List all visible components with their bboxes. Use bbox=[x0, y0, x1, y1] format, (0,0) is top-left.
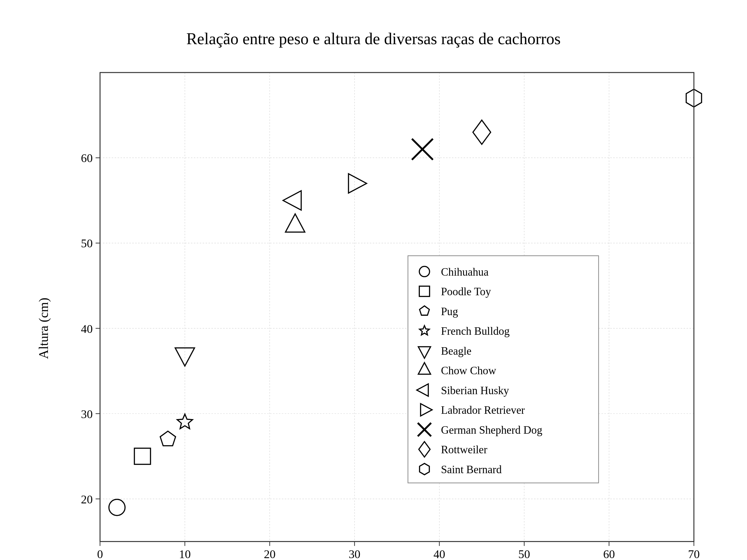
svg-text:20: 20 bbox=[264, 548, 276, 560]
legend-label-beagle: Beagle bbox=[441, 345, 471, 357]
svg-text:60: 60 bbox=[81, 152, 93, 165]
svg-text:10: 10 bbox=[179, 548, 191, 560]
chart-area: Altura (cm) 0102030405060702030405060Chi… bbox=[31, 57, 716, 560]
svg-text:0: 0 bbox=[97, 548, 103, 560]
svg-text:60: 60 bbox=[603, 548, 615, 560]
legend-label-rottweiler: Rottweiler bbox=[441, 444, 487, 456]
svg-text:40: 40 bbox=[434, 548, 445, 560]
legend-label-poodle-toy: Poodle Toy bbox=[441, 286, 491, 298]
svg-text:50: 50 bbox=[81, 237, 93, 250]
chart-container: Relação entre peso e altura de diversas … bbox=[31, 23, 716, 537]
legend-label-chihuahua: Chihuahua bbox=[441, 266, 489, 278]
legend-label-french-bulldog: French Bulldog bbox=[441, 325, 510, 337]
legend-label-chow-chow: Chow Chow bbox=[441, 365, 496, 377]
svg-text:70: 70 bbox=[688, 548, 700, 560]
chart-title: Relação entre peso e altura de diversas … bbox=[186, 30, 561, 48]
svg-text:40: 40 bbox=[81, 322, 93, 336]
svg-text:30: 30 bbox=[349, 548, 360, 560]
legend-label-labrador-retriever: Labrador Retriever bbox=[441, 404, 525, 416]
legend-label-german-shepherd-dog: German Shepherd Dog bbox=[441, 424, 542, 436]
svg-text:50: 50 bbox=[518, 548, 530, 560]
legend-label-saint-bernard: Saint Bernard bbox=[441, 463, 502, 476]
svg-rect-52 bbox=[408, 256, 598, 483]
svg-rect-0 bbox=[100, 73, 694, 542]
plot-and-xaxis: 0102030405060702030405060ChihuahuaPoodle… bbox=[56, 57, 716, 560]
y-axis-label: Altura (cm) bbox=[31, 57, 56, 560]
plot-wrapper: 0102030405060702030405060ChihuahuaPoodle… bbox=[56, 57, 716, 560]
scatter-plot: 0102030405060702030405060ChihuahuaPoodle… bbox=[56, 57, 716, 560]
svg-text:20: 20 bbox=[81, 493, 93, 506]
svg-text:30: 30 bbox=[81, 407, 93, 421]
legend-label-pug: Pug bbox=[441, 305, 458, 318]
legend-label-siberian-husky: Siberian Husky bbox=[441, 384, 509, 397]
